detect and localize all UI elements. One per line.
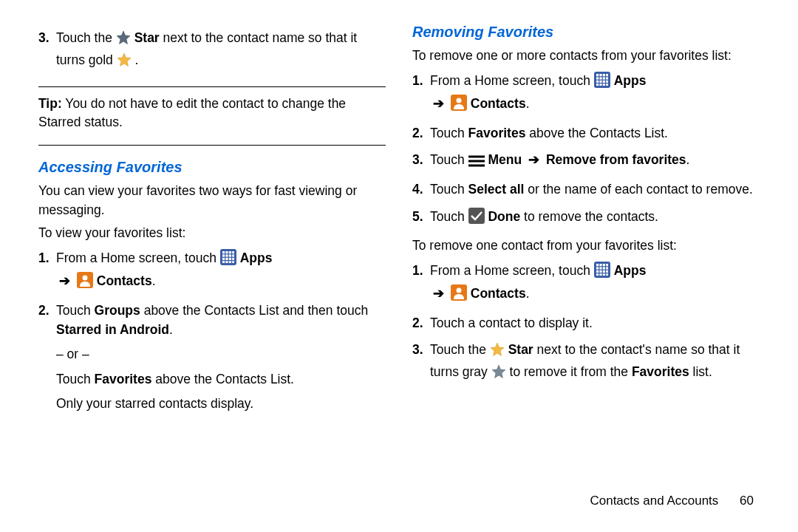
divider-top xyxy=(38,86,386,87)
access-step-1: 1. From a Home screen, touch Apps ➔ Cont… xyxy=(56,248,386,293)
step-number: 1. xyxy=(38,248,50,267)
menu-label: Menu xyxy=(488,152,522,167)
remove-step-3: 3. Touch Menu ➔ Remove from favorites. xyxy=(430,150,760,172)
remove-step-4: 4. Touch Select all or the name of each … xyxy=(430,180,760,199)
remove-steps-b: 1. From a Home screen, touch Apps ➔ Cont… xyxy=(412,261,760,384)
fav-alt: Touch Favorites above the Contacts List. xyxy=(56,370,386,389)
starred-label: Starred in Android xyxy=(56,322,169,337)
star-gold-icon xyxy=(117,52,132,72)
text: From a Home screen, touch xyxy=(430,263,594,278)
left-step-3: 3. Touch the Star next to the contact na… xyxy=(56,28,386,73)
text: list. xyxy=(689,364,712,379)
remove-b-step-3: 3. Touch the Star next to the contact's … xyxy=(430,340,760,385)
groups-label: Groups xyxy=(95,303,140,318)
step-number: 3. xyxy=(412,340,423,359)
step-number: 1. xyxy=(412,261,423,280)
only-starred-text: Only your starred contacts display. xyxy=(56,395,386,413)
favorites-label: Favorites xyxy=(632,364,689,379)
text: to remove the contacts. xyxy=(520,209,658,224)
tip-text: You do not have to edit the contact to c… xyxy=(38,96,346,129)
remove-step-1: 1. From a Home screen, touch Apps ➔ Cont… xyxy=(430,71,760,116)
text: Touch xyxy=(56,372,95,386)
star-gold-icon xyxy=(490,342,505,362)
contacts-label: Contacts xyxy=(471,96,526,111)
step-number: 2. xyxy=(412,313,423,332)
text: From a Home screen, touch xyxy=(430,73,594,88)
text: From a Home screen, touch xyxy=(56,250,220,265)
step-number: 2. xyxy=(412,123,423,143)
text: above the Contacts List and then touch xyxy=(140,303,368,318)
remove-from-favorites-label: Remove from favorites xyxy=(546,152,686,167)
two-column-layout: 3. Touch the Star next to the contact na… xyxy=(38,22,760,421)
apps-label: Apps xyxy=(614,73,647,88)
step-number: 5. xyxy=(412,207,423,226)
access-toview: To view your favorites list: xyxy=(38,224,386,242)
text: . xyxy=(686,152,690,167)
step-number: 4. xyxy=(412,180,423,199)
done-label: Done xyxy=(488,209,520,224)
step-number: 3. xyxy=(412,150,423,169)
star-outline-icon xyxy=(116,30,131,50)
access-step-2: 2. Touch Groups above the Contacts List … xyxy=(56,301,386,414)
prior-steps-continuation: 3. Touch the Star next to the contact na… xyxy=(38,28,386,73)
contacts-label: Contacts xyxy=(471,286,526,301)
contacts-icon xyxy=(451,95,467,116)
favorites-label: Favorites xyxy=(468,126,526,140)
remove-step-2: 2. Touch Favorites above the Contacts Li… xyxy=(430,123,760,143)
star-label: Star xyxy=(508,342,533,357)
arrow-icon: ➔ xyxy=(525,152,542,167)
text: above the Contacts List. xyxy=(151,372,294,386)
access-intro: You can view your favorites two ways for… xyxy=(38,182,386,219)
tip-paragraph: Tip: You do not have to edit the contact… xyxy=(38,95,386,132)
text: Touch xyxy=(430,182,468,197)
access-steps: 1. From a Home screen, touch Apps ➔ Cont… xyxy=(38,248,386,413)
favorites-label: Favorites xyxy=(95,372,152,386)
menu-icon xyxy=(468,153,485,172)
page-number: 60 xyxy=(740,494,754,508)
heading-accessing-favorites: Accessing Favorites xyxy=(38,159,386,176)
apps-label: Apps xyxy=(614,263,647,278)
text: Touch the xyxy=(430,342,490,357)
text: Touch a contact to display it. xyxy=(430,316,593,330)
contacts-icon xyxy=(451,284,467,306)
arrow-icon: ➔ xyxy=(430,96,447,111)
text: or the name of each contact to remove. xyxy=(524,182,752,197)
or-text: – or – xyxy=(56,345,386,364)
arrow-icon: ➔ xyxy=(56,273,73,288)
star-gray-icon xyxy=(491,364,506,384)
text: . xyxy=(169,322,173,337)
star-label: Star xyxy=(134,30,160,45)
step-number: 3. xyxy=(38,28,50,47)
text: to remove it from the xyxy=(510,364,632,379)
heading-removing-favorites: Removing Favorites xyxy=(412,24,760,41)
text: Touch xyxy=(430,126,468,140)
remove-intro: To remove one or more contacts from your… xyxy=(412,47,760,65)
right-column: Removing Favorites To remove one or more… xyxy=(412,22,760,421)
arrow-icon: ➔ xyxy=(430,286,447,301)
remove-b-step-1: 1. From a Home screen, touch Apps ➔ Cont… xyxy=(430,261,760,306)
text: Touch xyxy=(56,303,95,318)
apps-icon xyxy=(220,249,236,270)
divider-bottom xyxy=(38,145,386,146)
done-icon xyxy=(468,208,485,229)
remove-step-5: 5. Touch Done to remove the contacts. xyxy=(430,207,760,229)
contacts-icon xyxy=(77,272,93,293)
select-all-label: Select all xyxy=(468,182,525,197)
remove-steps-a: 1. From a Home screen, touch Apps ➔ Cont… xyxy=(412,71,760,229)
step-number: 1. xyxy=(412,71,423,90)
apps-icon xyxy=(594,262,610,283)
text: Touch xyxy=(430,209,468,224)
footer-section: Contacts and Accounts xyxy=(590,494,718,508)
remove-b-step-2: 2. Touch a contact to display it. xyxy=(430,313,760,332)
text: Touch xyxy=(430,152,468,167)
page-footer: Contacts and Accounts 60 xyxy=(590,494,754,508)
text: above the Contacts List. xyxy=(525,126,668,140)
text: . xyxy=(135,52,139,67)
step-number: 2. xyxy=(38,301,50,320)
remove-one-intro: To remove one contact from your favorite… xyxy=(412,236,760,255)
left-column: 3. Touch the Star next to the contact na… xyxy=(38,22,386,421)
contacts-label: Contacts xyxy=(97,273,152,288)
text: Touch the xyxy=(56,30,116,45)
apps-icon xyxy=(594,72,610,93)
apps-label: Apps xyxy=(240,250,273,265)
